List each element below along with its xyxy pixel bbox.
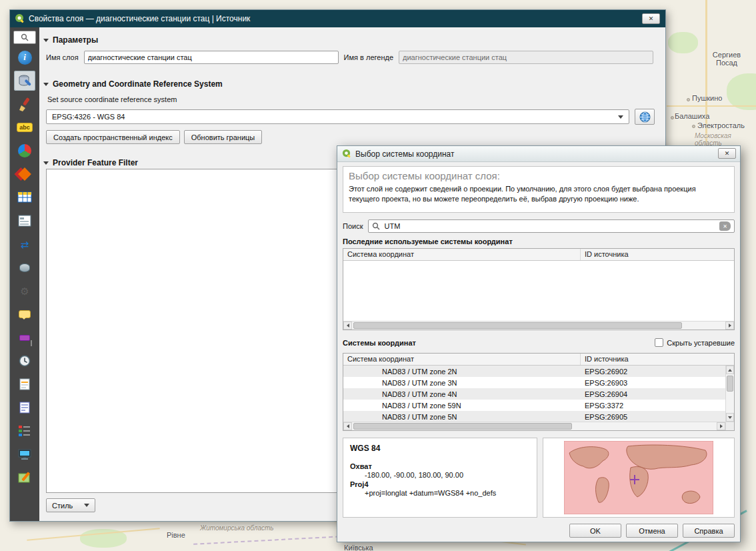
sidebar-tab-rendering[interactable] [14, 328, 35, 348]
section-label: Geometry and Coordinate Reference System [53, 79, 223, 89]
crs-name-cell: NAD83 / UTM zone 59N [343, 402, 581, 410]
sidebar-tab-server[interactable] [14, 444, 35, 464]
scrollbar-thumb[interactable] [727, 376, 733, 392]
section-provider-filter[interactable]: Provider Feature Filter [43, 158, 138, 167]
cancel-button[interactable]: Отмена [626, 524, 678, 538]
column-header-crs[interactable]: Система координат [343, 249, 581, 260]
sidebar-tab-labels[interactable]: abc [14, 117, 35, 137]
name-fields-row: Имя слоя Имя в легенде [46, 51, 653, 64]
scrollbar-corner [725, 422, 734, 430]
crs-combobox[interactable]: EPSG:4326 - WGS 84 [46, 109, 629, 124]
sidebar-tab-3d-view[interactable] [14, 164, 35, 184]
map-label: Балашиха [675, 112, 709, 120]
sidebar-tab-digitizing[interactable] [14, 468, 35, 488]
globe-icon [639, 111, 651, 123]
select-crs-button[interactable] [635, 109, 655, 125]
crs-systems-label: Системы координат [343, 339, 416, 347]
crs-search-field[interactable]: ✕ [368, 219, 735, 233]
help-button[interactable]: Справка [683, 524, 735, 538]
database-icon [19, 263, 30, 272]
crs-name-cell: NAD83 / UTM zone 4N [343, 390, 581, 398]
source-icon [17, 73, 32, 88]
clear-search-icon[interactable]: ✕ [719, 221, 731, 231]
crs-table[interactable]: Система координат ID источника NAD83 / U… [343, 353, 735, 431]
map-road [667, 105, 756, 107]
crs-name-cell: NAD83 / UTM zone 5N [343, 413, 581, 421]
chevron-down-icon [618, 115, 623, 119]
sidebar-tab-actions[interactable]: ⚙ [14, 281, 35, 301]
table-row[interactable]: NAD83 / UTM zone 3NEPSG:26903 [343, 377, 725, 388]
crs-id-cell: EPSG:26904 [581, 390, 725, 398]
cube-icon [18, 167, 31, 181]
scroll-down-icon[interactable] [726, 413, 734, 422]
horizontal-scrollbar[interactable] [343, 422, 725, 430]
layer-properties-titlebar[interactable]: Свойства слоя — диагностические станции … [10, 10, 665, 27]
hide-deprecated-label: Скрыть устаревшие [667, 339, 735, 347]
section-geometry-crs[interactable]: Geometry and Coordinate Reference System [43, 79, 223, 89]
labels-icon: abc [17, 123, 33, 132]
sidebar-tab-joins[interactable]: ⇄ [14, 234, 35, 254]
sidebar-tab-legend[interactable] [14, 421, 35, 441]
map-label: Сергиев Посад [705, 51, 748, 67]
crs-dialog-titlebar[interactable]: Выбор системы координат ✕ [337, 146, 740, 162]
table-row[interactable]: NAD83 / UTM zone 5NEPSG:26905 [343, 411, 725, 422]
legend-icon [19, 426, 31, 436]
crs-select-row: EPSG:4326 - WGS 84 [46, 109, 655, 125]
table-row[interactable]: NAD83 / UTM zone 59NEPSG:3372 [343, 400, 725, 411]
recent-crs-table[interactable]: Система координат ID источника [343, 248, 735, 330]
style-menu-button[interactable]: Стиль [46, 498, 95, 512]
sidebar-tab-variables[interactable] [14, 374, 35, 394]
column-header-authid[interactable]: ID источника [581, 249, 734, 260]
create-spatial-index-button[interactable]: Создать пространственный индекс [46, 130, 180, 144]
map-marker [692, 125, 695, 128]
form-icon [18, 215, 31, 227]
sidebar-tab-display[interactable] [14, 304, 35, 324]
sidebar-tab-information[interactable]: i [14, 47, 35, 67]
scroll-left-icon[interactable] [343, 322, 352, 330]
close-icon[interactable]: ✕ [642, 13, 660, 24]
update-extents-button[interactable]: Обновить границы [184, 130, 263, 144]
scroll-left-icon[interactable] [343, 422, 352, 430]
dialog-title: Выбор системы координат [355, 149, 455, 159]
scroll-right-icon[interactable] [717, 422, 725, 430]
paint-roller-icon [19, 335, 30, 341]
sidebar-tab-symbology[interactable] [14, 94, 35, 114]
map-label: Житомирська область [200, 524, 274, 532]
sidebar-tab-metadata[interactable] [14, 398, 35, 418]
speech-bubble-icon [19, 310, 31, 318]
crs-combobox-value: EPSG:4326 - WGS 84 [52, 113, 125, 121]
sidebar-tab-source[interactable] [14, 71, 35, 91]
scrollbar-thumb[interactable] [353, 322, 682, 329]
table-row[interactable]: NAD83 / UTM zone 4NEPSG:26904 [343, 388, 725, 400]
map-label: Пушкино [692, 94, 722, 102]
geometry-buttons-row: Создать пространственный индекс Обновить… [46, 130, 262, 144]
section-parameters[interactable]: Параметры [43, 35, 98, 45]
column-header-crs[interactable]: Система координат [343, 354, 581, 365]
close-icon[interactable]: ✕ [718, 148, 736, 159]
horizontal-scrollbar[interactable] [343, 321, 734, 330]
layer-name-input[interactable] [84, 51, 339, 64]
scroll-up-icon[interactable] [726, 366, 734, 374]
legend-name-label: Имя в легенде [344, 53, 393, 61]
sidebar-tab-diagrams[interactable] [14, 141, 35, 161]
digitizing-icon [18, 472, 31, 484]
scroll-right-icon[interactable] [725, 322, 734, 330]
gear-icon: ⚙ [20, 286, 29, 296]
column-header-authid[interactable]: ID источника [581, 354, 734, 365]
qgis-logo-icon [14, 13, 25, 24]
sidebar-tab-auxiliary-storage[interactable] [14, 257, 35, 278]
hide-deprecated-checkbox[interactable] [655, 338, 663, 347]
scrollbar-thumb[interactable] [353, 423, 572, 430]
chevron-down-icon [84, 504, 89, 507]
crs-id-cell: EPSG:26903 [581, 379, 725, 387]
ok-button[interactable]: OK [569, 524, 621, 538]
vertical-scrollbar[interactable] [725, 366, 734, 422]
sidebar-search-box[interactable] [13, 31, 36, 44]
collapse-arrow-icon [43, 83, 49, 86]
sidebar-tab-fields[interactable] [14, 187, 35, 207]
table-row[interactable]: NAD83 / UTM zone 2NEPSG:26902 [343, 366, 725, 377]
sidebar-tab-temporal[interactable] [14, 351, 35, 371]
proj4-label: Proj4 [350, 480, 530, 488]
crs-search-input[interactable] [384, 222, 715, 230]
sidebar-tab-attributes-form[interactable] [14, 211, 35, 231]
